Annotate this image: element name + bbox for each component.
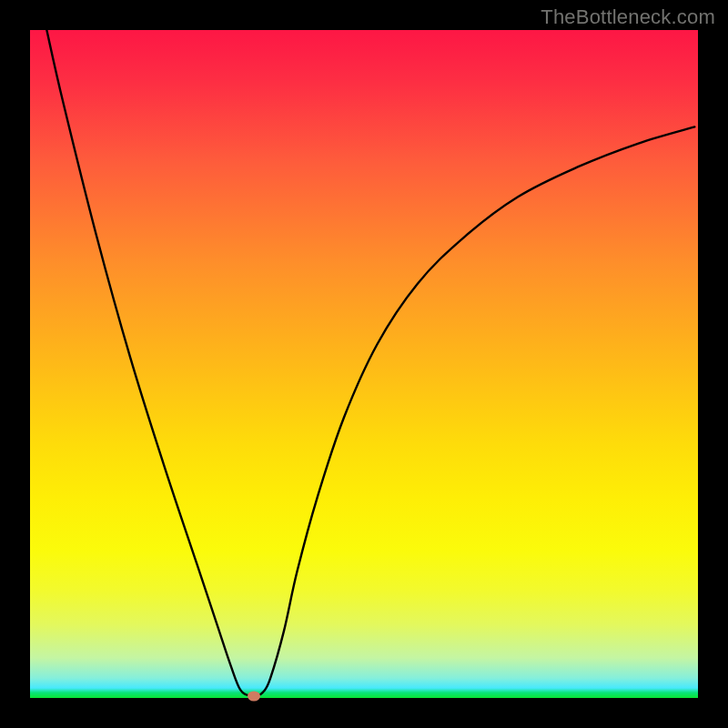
minimum-marker	[248, 691, 260, 701]
chart-frame: TheBottleneck.com	[0, 0, 728, 728]
bottleneck-curve-path	[46, 30, 694, 697]
plot-area	[30, 30, 698, 698]
curve-svg	[30, 30, 698, 698]
watermark-text: TheBottleneck.com	[541, 5, 715, 29]
